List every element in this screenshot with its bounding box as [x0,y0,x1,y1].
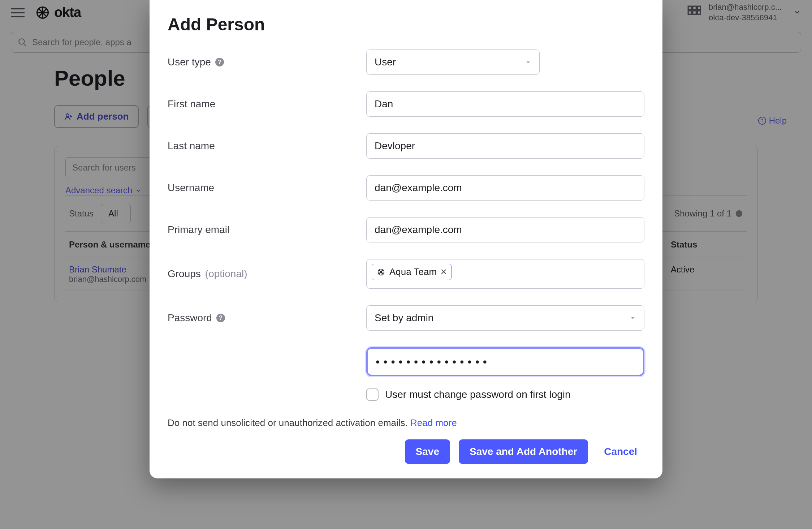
read-more-link[interactable]: Read more [410,417,457,428]
primary-email-input[interactable] [366,217,644,242]
username-input[interactable] [366,175,644,201]
change-password-label: User must change password on first login [385,389,571,400]
chevron-down-icon [525,59,531,65]
save-add-another-button[interactable]: Save and Add Another [459,439,588,464]
activation-warning-text: Do not send unsolicited or unauthorized … [168,417,410,428]
password-mode-value: Set by admin [375,312,433,324]
password-mode-select[interactable]: Set by admin [366,305,644,331]
add-person-modal: Add Person User type ? User First name L… [150,0,662,478]
user-type-value: User [375,56,396,68]
label-groups: Groups [168,268,201,280]
save-button[interactable]: Save [405,439,450,464]
activation-warning: Do not send unsolicited or unauthorized … [168,417,644,429]
label-primary-email: Primary email [168,224,229,236]
last-name-input[interactable] [366,133,644,159]
label-username: Username [168,182,214,194]
label-user-type: User type [168,56,211,68]
group-chip: Aqua Team ✕ [372,264,452,280]
change-password-checkbox[interactable] [366,388,379,401]
label-groups-optional: (optional) [205,268,247,280]
chevron-down-icon [630,315,636,321]
cancel-button[interactable]: Cancel [597,439,644,464]
help-icon[interactable]: ? [215,58,224,66]
first-name-input[interactable] [366,91,644,117]
label-first-name: First name [168,98,215,110]
remove-chip-icon[interactable]: ✕ [440,267,447,277]
password-input[interactable] [366,347,644,376]
help-icon[interactable]: ? [216,314,225,322]
group-chip-label: Aqua Team [389,266,437,278]
user-type-select[interactable]: User [366,50,540,75]
groups-input[interactable]: Aqua Team ✕ [366,259,644,289]
label-password: Password [168,312,212,324]
okta-aperture-icon [376,267,386,277]
label-last-name: Last name [168,140,215,152]
modal-title: Add Person [168,14,644,34]
